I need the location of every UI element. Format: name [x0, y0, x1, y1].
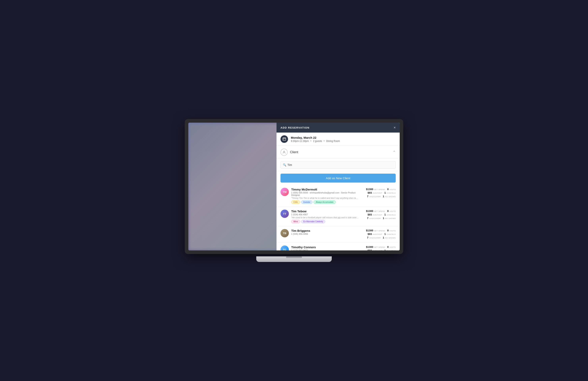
stat-avg-visit-label: AVG/VISIT — [373, 250, 382, 250]
person-svg — [282, 151, 286, 154]
client-item[interactable]: TT Tim Tebow 1 (534) 456 4567 "He used t… — [276, 207, 400, 226]
client-header-left: Client — [280, 149, 298, 156]
client-tags: WinoEx-Wannabe Celebrity — [291, 220, 363, 223]
stat-net-spend-value: $1300 — [366, 188, 373, 191]
laptop-body: ADD RESERVATION × — [185, 119, 403, 254]
stat-avg-visit-row: $93 AVG/VISIT 1 CANCELS — [366, 232, 396, 236]
stat-avg-cover-value: 7 — [367, 217, 368, 220]
client-contact: 1 (123) 567-9872 — [291, 249, 363, 250]
client-name: Timothy Connors — [291, 246, 363, 249]
stat-visits-value: 0 — [386, 229, 389, 232]
stat-avg-visit-row: $93 AVG/VISIT 1 CANCELS — [366, 191, 396, 194]
stat-cancels-value: 1 — [383, 191, 386, 194]
stat-net-spend-value: $1300 — [366, 246, 373, 248]
avatar: TT — [280, 210, 289, 218]
person-icon — [280, 149, 288, 156]
stat-avg-visit-label: AVG/VISIT — [373, 214, 382, 216]
client-note: "He used to be a football player still m… — [291, 216, 359, 219]
client-tag: Ex-Wannabe Celebrity — [301, 220, 325, 223]
svg-rect-0 — [283, 138, 286, 140]
stat-avg-visit-value: $93 — [368, 191, 372, 194]
search-container: 🔍 — [276, 159, 400, 171]
client-tag: Investor — [301, 200, 313, 204]
stat-avg-visit-value: $93 — [368, 249, 372, 250]
client-info: Tim Tebow 1 (534) 456 4567 "He used to b… — [291, 210, 363, 223]
add-as-new-client-button[interactable]: Add as New Client — [280, 174, 396, 183]
reservation-info: Monday, March 22 9:30pm-11:30pm • 2 gues… — [291, 136, 340, 142]
reservation-guests: 2 guests — [313, 140, 322, 142]
search-input[interactable] — [280, 161, 396, 169]
avatar: TM — [280, 188, 289, 196]
client-list: TM Timmy McDermott 1 (555) 555-5555 · er… — [276, 185, 400, 250]
laptop-base — [256, 256, 332, 262]
client-item[interactable]: TC Timothy Connors 1 (123) 567-9872 Wine… — [276, 243, 400, 250]
stat-avg-cover-value: 7 — [367, 195, 368, 198]
client-section-header: Client ⌃ — [276, 146, 400, 159]
stat-avg-cover-value: 7 — [367, 236, 368, 239]
close-button[interactable]: × — [394, 126, 396, 129]
svg-rect-4 — [283, 139, 284, 140]
stat-avg-cover-row: 7 AVG/COVER 1 NO SHOWS — [366, 195, 396, 198]
client-stats: $1300 NET SPEND 0 VISITS $93 AVG/VISIT 1… — [366, 210, 396, 220]
client-name: Tim Tebow — [291, 210, 363, 213]
client-name: Tim Briggens — [291, 229, 363, 232]
stat-net-spend-label: NET SPEND — [374, 230, 385, 232]
stat-cancels-label: CANCELS — [387, 192, 396, 194]
avatar: TB — [280, 229, 289, 237]
stat-avg-cover-label: AVG/COVER — [369, 237, 381, 239]
laptop-notch — [286, 256, 302, 258]
calendar-svg — [282, 137, 286, 141]
stat-avg-visit-row: $93 AVG/VISIT 1 CANCELS — [366, 213, 396, 216]
client-info: Timmy McDermott 1 (555) 555-5555 · erinh… — [291, 188, 363, 204]
laptop-wrapper: ADD RESERVATION × — [185, 119, 403, 262]
stat-visits-label: VISITS — [389, 189, 396, 190]
stat-net-spend-label: NET SPEND — [374, 246, 385, 248]
stat-avg-visit-label: AVG/VISIT — [373, 233, 382, 235]
reservation-date: Monday, March 22 — [291, 136, 340, 139]
modal-title: ADD RESERVATION — [280, 126, 310, 129]
stat-no-shows-label: NO SHOWS — [385, 196, 396, 198]
client-stats: $1300 NET SPEND 0 VISITS $93 AVG/VISIT 1… — [366, 229, 396, 240]
client-tag: Wino — [291, 220, 300, 223]
stat-avg-visit-value: $93 — [368, 213, 372, 216]
reservation-bar: Monday, March 22 9:30pm-11:30pm • 2 gues… — [276, 133, 400, 146]
stat-net-spend-value: $1300 — [366, 210, 373, 212]
stat-cancels-label: CANCELS — [387, 250, 396, 250]
stat-avg-visit-label: AVG/VISIT — [373, 192, 382, 194]
client-stats: $1300 NET SPEND 0 VISITS $93 AVG/VISIT 1… — [366, 188, 396, 198]
calendar-icon — [280, 135, 288, 143]
client-contact: 1 (534) 456 4567 — [291, 213, 363, 216]
stat-cancels-label: CANCELS — [387, 214, 396, 216]
client-info: Timothy Connors 1 (123) 567-9872 Wine co… — [291, 246, 363, 250]
stat-cancels-value: 1 — [383, 249, 386, 250]
stat-avg-cover-label: AVG/COVER — [369, 217, 381, 219]
stat-no-shows-value: 1 — [381, 217, 384, 220]
stat-net-spend-row: $1300 NET SPEND 0 VISITS — [366, 210, 396, 212]
stat-visits-value: 0 — [386, 188, 389, 191]
reservation-room: Dining Room — [326, 140, 340, 142]
stat-no-shows-value: 1 — [381, 236, 384, 239]
stat-cancels-value: 1 — [383, 232, 386, 236]
client-section: Client ⌃ 🔍 Add as New Client — [276, 146, 400, 250]
client-tags: CriticInvestorAlways Accomodate — [291, 200, 363, 204]
stat-cancels-value: 1 — [383, 213, 386, 216]
avatar: TC — [280, 246, 289, 250]
modal-header: ADD RESERVATION × — [276, 123, 400, 133]
client-item[interactable]: TM Timmy McDermott 1 (555) 555-5555 · er… — [276, 185, 400, 207]
stat-net-spend-row: $1300 NET SPEND 0 VISITS — [366, 229, 396, 232]
stat-visits-value: 0 — [386, 210, 389, 212]
stat-avg-visit-value: $93 — [368, 232, 372, 236]
stat-net-spend-value: $1300 — [366, 229, 373, 232]
stat-visits-value: 0 — [386, 246, 389, 248]
stat-no-shows-label: NO SHOWS — [385, 237, 396, 239]
client-note: "Timmy Tim Tim is what he is called and … — [291, 197, 359, 199]
client-item[interactable]: TB Tim Briggens 1 (545) 456-3456 $1300 N… — [276, 226, 400, 243]
stat-no-shows-label: NO SHOWS — [385, 217, 396, 219]
client-tag: Always Accomodate — [314, 200, 336, 204]
stat-avg-cover-row: 7 AVG/COVER 1 NO SHOWS — [366, 236, 396, 239]
dot-2: • — [324, 140, 324, 142]
chevron-up-icon[interactable]: ⌃ — [393, 150, 396, 154]
client-contact: 1 (555) 555-5555 · erinhazeltinehuba@gma… — [291, 191, 363, 196]
screen: ADD RESERVATION × — [188, 123, 400, 250]
stat-avg-visit-row: $93 AVG/VISIT 1 CANCELS — [366, 249, 396, 250]
